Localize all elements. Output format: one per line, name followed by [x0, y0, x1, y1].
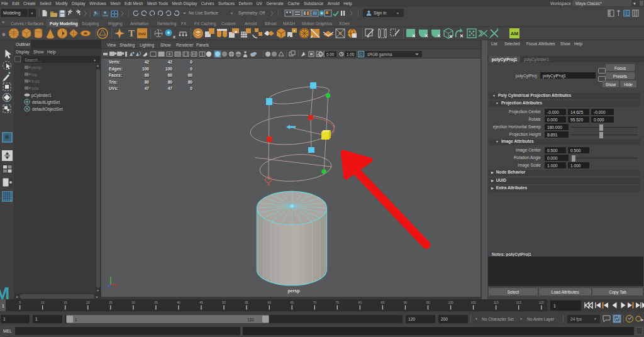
svg-text:persp: persp [287, 289, 299, 294]
svg-text:pCylinder1: pCylinder1 [31, 93, 52, 98]
svg-text:SVG: SVG [138, 32, 147, 36]
svg-text:10: 10 [41, 301, 45, 304]
svg-text:C: C [360, 52, 363, 57]
svg-text:120: 120 [539, 301, 545, 304]
svg-text:80: 80 [358, 301, 362, 304]
svg-text:85: 85 [381, 301, 385, 304]
svg-text:65: 65 [290, 301, 294, 304]
svg-text:1.00: 1.00 [347, 52, 355, 57]
svg-text:1: 1 [2, 304, 4, 308]
svg-text:0.00: 0.00 [326, 52, 335, 57]
svg-text:T: T [128, 28, 135, 38]
svg-text:55: 55 [245, 301, 248, 304]
svg-text:35: 35 [154, 301, 158, 304]
svg-text:►: ► [640, 318, 644, 322]
svg-text:front: front [31, 79, 40, 84]
svg-text:side: side [31, 86, 39, 91]
svg-text:1: 1 [553, 304, 556, 308]
svg-text:90: 90 [404, 301, 408, 304]
svg-text:95: 95 [426, 301, 430, 304]
svg-text:105: 105 [470, 301, 476, 304]
svg-text:30: 30 [131, 301, 135, 304]
svg-text:25: 25 [109, 301, 113, 304]
svg-text:115: 115 [516, 301, 521, 304]
svg-text:persp: persp [31, 65, 42, 70]
svg-text:defaultLightSet: defaultLightSet [32, 100, 60, 105]
svg-text:45: 45 [199, 301, 203, 304]
svg-text:50: 50 [222, 301, 226, 304]
svg-text:5: 5 [19, 301, 21, 304]
svg-text:x: x [173, 35, 175, 39]
svg-text:AM: AM [511, 31, 519, 36]
svg-text:60: 60 [267, 301, 271, 304]
svg-text:M: M [0, 284, 9, 300]
svg-text:top: top [31, 72, 37, 77]
svg-text:110: 110 [494, 301, 499, 304]
svg-text:20: 20 [86, 301, 90, 304]
svg-text:40: 40 [177, 301, 180, 304]
svg-text:15: 15 [64, 301, 67, 304]
svg-text:sRGB gamma: sRGB gamma [367, 52, 392, 57]
svg-text:100: 100 [448, 301, 453, 304]
svg-text:defaultObjectSet: defaultObjectSet [32, 107, 63, 112]
svg-text:70: 70 [313, 301, 317, 304]
svg-text:75: 75 [336, 301, 340, 304]
